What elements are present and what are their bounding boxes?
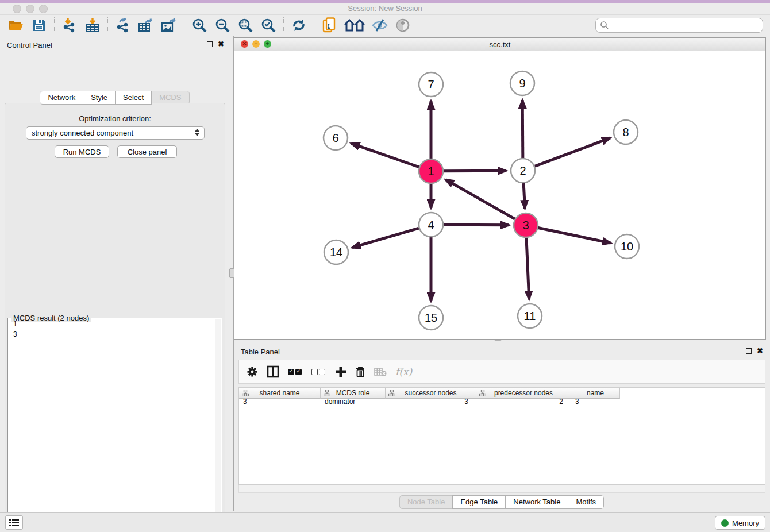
add-column-icon[interactable] [335, 366, 346, 377]
mcds-result-item[interactable]: 1 [8, 319, 215, 330]
column-visibility-icon[interactable] [267, 365, 279, 378]
column-header-predecessor-nodes[interactable]: predecessor nodes [476, 388, 571, 399]
open-session-icon[interactable] [7, 17, 25, 34]
node-label-7: 7 [428, 78, 434, 91]
mcds-result-list[interactable]: 13 [8, 319, 215, 532]
toolbar-separator [184, 17, 184, 33]
delete-column-icon[interactable] [355, 366, 365, 378]
column-header-successor-nodes[interactable]: successor nodes [386, 388, 476, 399]
toolbar-separator [54, 17, 55, 33]
edge-2-8[interactable] [535, 138, 610, 166]
memory-button[interactable]: Memory [715, 516, 765, 530]
show-graphics-icon[interactable] [394, 17, 411, 34]
table-toolbar: f(x) [238, 360, 765, 384]
run-mcds-button[interactable]: Run MCDS [55, 145, 109, 158]
graph-svg[interactable]: 7968124314101511 [234, 51, 765, 339]
node-label-9: 9 [519, 77, 525, 90]
network-view-window: ✕ − + scc.txt 7968124314101511 [234, 37, 766, 340]
edge-4-3[interactable] [444, 225, 509, 225]
edge-3-1[interactable] [445, 179, 515, 219]
ndex-home-icon[interactable] [344, 17, 365, 34]
mcds-result-group: MCDS result (2 nodes) 13 [7, 318, 222, 532]
mcds-result-scrollbar[interactable] [215, 319, 221, 532]
window-titlebar: Session: New Session [0, 0, 770, 15]
zoom-out-icon[interactable] [214, 17, 231, 34]
column-header-shared-name[interactable]: shared name [239, 388, 321, 399]
network-window-titlebar[interactable]: ✕ − + scc.txt [234, 38, 765, 51]
float-table-panel-icon[interactable] [746, 348, 752, 354]
zoom-selected-icon[interactable] [260, 17, 277, 34]
edge-3-10[interactable] [538, 228, 611, 244]
table-panel-title: Table Panel [241, 348, 280, 356]
column-header-MCDS-role[interactable]: MCDS role [321, 388, 386, 399]
search-icon [600, 21, 609, 30]
close-table-panel-icon[interactable]: ✖ [757, 346, 763, 355]
control-panel: Control Panel ✖ NetworkStyleSelectMCDS O… [0, 36, 230, 511]
hide-graphics-icon[interactable] [371, 17, 388, 34]
table-header-row: shared nameMCDS rolesuccessor nodesprede… [239, 388, 620, 399]
task-history-button[interactable] [5, 515, 23, 530]
table-scrollbar[interactable] [238, 485, 765, 493]
edge-1-2[interactable] [444, 171, 506, 171]
close-panel-icon[interactable]: ✖ [218, 40, 224, 48]
node-label-1: 1 [428, 165, 434, 178]
table-panel: Table Panel ✖ f(x) shared nameMCDS roles… [234, 342, 770, 510]
delete-table-icon[interactable] [374, 367, 387, 376]
tab-motifs[interactable]: Motifs [568, 495, 604, 509]
tab-style[interactable]: Style [83, 91, 116, 105]
export-network-icon[interactable] [114, 17, 132, 34]
import-table-icon[interactable] [84, 17, 101, 34]
node-label-15: 15 [425, 311, 437, 324]
export-table-icon[interactable] [137, 17, 155, 34]
control-panel-header: Control Panel ✖ [0, 36, 230, 53]
edge-3-11[interactable] [526, 238, 529, 299]
network-window-title: scc.txt [234, 40, 765, 49]
mcds-result-item[interactable]: 3 [8, 330, 215, 340]
node-label-6: 6 [332, 132, 338, 144]
tab-node-table[interactable]: Node Table [399, 495, 453, 509]
node-label-4: 4 [428, 218, 434, 231]
toolbar-separator [314, 17, 314, 33]
status-bar: Memory [0, 512, 770, 532]
node-label-10: 10 [621, 240, 633, 253]
select-all-icon[interactable] [288, 369, 303, 375]
deselect-all-icon[interactable] [311, 369, 326, 375]
float-panel-icon[interactable] [207, 41, 213, 47]
tab-edge-table[interactable]: Edge Table [452, 495, 506, 509]
cybrowser-icon[interactable] [321, 17, 338, 34]
tab-network[interactable]: Network [40, 91, 83, 105]
edge-2-9[interactable] [522, 100, 523, 158]
optimization-criterion-select[interactable]: strongly connected component [26, 126, 205, 140]
tab-select[interactable]: Select [115, 91, 152, 105]
search-input[interactable] [595, 18, 763, 33]
zoom-in-icon[interactable] [191, 17, 208, 34]
edge-2-3[interactable] [523, 183, 525, 209]
node-label-14: 14 [330, 246, 342, 259]
function-builder-icon[interactable]: f(x) [395, 366, 412, 377]
node-label-2: 2 [519, 164, 526, 177]
table-panel-tabs: Node TableEdge TableNetwork TableMotifs [234, 495, 770, 509]
table-panel-header: Table Panel ✖ [234, 342, 770, 360]
control-panel-title: Control Panel [7, 41, 52, 49]
node-label-8: 8 [622, 126, 629, 138]
apply-layout-icon[interactable] [290, 17, 307, 34]
column-header-name[interactable]: name [571, 388, 620, 399]
window-title: Session: New Session [0, 4, 770, 13]
table-options-icon[interactable] [247, 366, 258, 377]
close-panel-button[interactable]: Close panel [117, 145, 177, 158]
import-network-icon[interactable] [61, 17, 78, 34]
edge-4-14[interactable] [352, 228, 419, 248]
edge-1-6[interactable] [351, 144, 419, 167]
tab-network-table[interactable]: Network Table [505, 495, 568, 509]
titlebar-accent-strip [0, 0, 770, 3]
export-image-icon[interactable] [160, 17, 178, 34]
node-label-3: 3 [522, 219, 529, 232]
optimization-criterion-label: Optimization criterion: [5, 114, 225, 123]
toolbar-separator [107, 17, 108, 33]
zoom-fit-icon[interactable] [237, 17, 254, 34]
mcds-tab-content: Optimization criterion: strongly connect… [5, 103, 225, 532]
memory-status-icon [721, 519, 729, 527]
save-session-icon[interactable] [30, 17, 48, 34]
node-table: shared nameMCDS rolesuccessor nodesprede… [238, 387, 765, 485]
optimization-criterion-value: strongly connected component [32, 129, 133, 137]
